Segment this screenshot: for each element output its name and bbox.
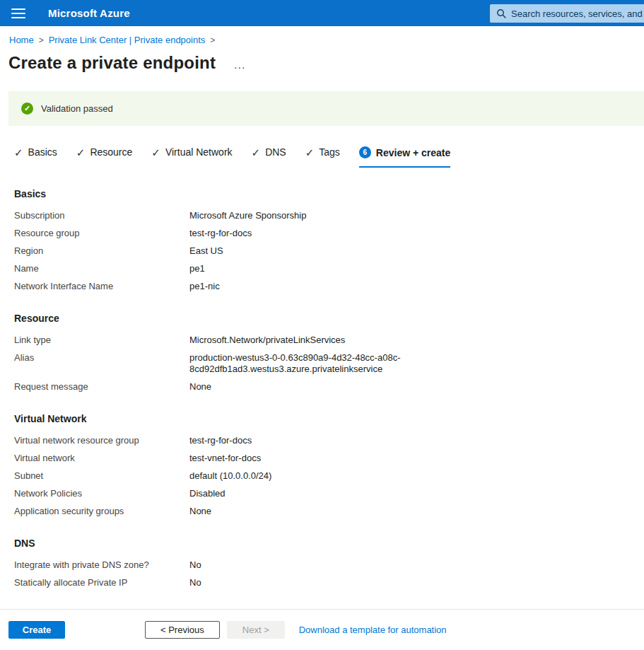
row-label: Link type: [14, 335, 189, 346]
review-summary: Basics Subscription Microsoft Azure Spon…: [14, 188, 644, 588]
tab-tags[interactable]: ✓ Tags: [305, 146, 340, 166]
row-label: Integrate with private DNS zone?: [14, 559, 189, 571]
breadcrumb-home-link[interactable]: Home: [9, 35, 34, 45]
search-icon: [496, 8, 506, 18]
tab-label: Basics: [28, 146, 57, 158]
tab-dns[interactable]: ✓ DNS: [252, 146, 286, 166]
tab-resource[interactable]: ✓ Resource: [76, 146, 133, 166]
breadcrumb-separator: >: [39, 35, 44, 45]
tab-label: Resource: [90, 146, 132, 158]
row-value: East US: [189, 245, 223, 257]
row-label: Name: [14, 263, 189, 274]
step-number-icon: 6: [359, 146, 371, 158]
section-heading: Resource: [14, 313, 644, 324]
row-label: Subscription: [14, 210, 189, 221]
section-heading: Basics: [14, 188, 644, 199]
checkmark-icon: ✓: [76, 147, 86, 158]
row-label: Network Policies: [14, 488, 189, 499]
global-search[interactable]: [490, 4, 644, 23]
breadcrumb: Home > Private Link Center | Private end…: [9, 35, 644, 45]
row-value: Disabled: [189, 488, 226, 499]
tab-label: DNS: [265, 146, 286, 158]
section-resource: Resource Link type Microsoft.Network/pri…: [14, 313, 644, 393]
summary-row: Virtual network test-vnet-for-docs: [14, 453, 644, 464]
row-label: Subnet: [14, 470, 189, 482]
checkmark-icon: ✓: [151, 147, 160, 158]
row-label: Region: [14, 245, 189, 257]
row-label: Network Interface Name: [14, 281, 189, 292]
summary-row: Resource group test-rg-for-docs: [14, 228, 644, 239]
tab-label: Tags: [319, 146, 340, 158]
success-check-icon: ✓: [21, 103, 33, 115]
section-heading: Virtual Network: [14, 413, 644, 424]
next-button[interactable]: Next >: [227, 621, 285, 639]
page-header: Create a private endpoint ...: [8, 53, 644, 73]
section-basics: Basics Subscription Microsoft Azure Spon…: [14, 188, 644, 292]
summary-row: Request message None: [14, 381, 644, 393]
azure-top-bar: Microsoft Azure: [0, 0, 644, 26]
wizard-footer: Create < Previous Next > Download a temp…: [0, 609, 644, 650]
tab-basics[interactable]: ✓ Basics: [14, 146, 57, 166]
row-value: test-rg-for-docs: [189, 435, 252, 446]
validation-message: Validation passed: [41, 103, 113, 114]
create-button[interactable]: Create: [8, 621, 65, 639]
more-actions-icon[interactable]: ...: [234, 62, 245, 69]
breadcrumb-separator: >: [210, 35, 215, 45]
summary-row: Statically allocate Private IP No: [14, 577, 644, 588]
product-title: Microsoft Azure: [48, 7, 130, 19]
summary-row: Subnet default (10.0.0.0/24): [14, 470, 644, 482]
row-value: pe1-nic: [189, 281, 220, 292]
wizard-tabs: ✓ Basics ✓ Resource ✓ Virtual Network ✓ …: [14, 146, 644, 168]
row-label: Virtual network: [14, 453, 189, 464]
row-label: Virtual network resource group: [14, 435, 189, 446]
page-title: Create a private endpoint: [8, 53, 216, 73]
validation-banner: ✓ Validation passed: [8, 91, 644, 126]
row-value: pe1: [189, 263, 205, 274]
search-input[interactable]: [511, 8, 644, 19]
tab-label: Virtual Network: [165, 146, 233, 158]
row-value: default (10.0.0.0/24): [189, 470, 271, 482]
row-value: No: [189, 577, 201, 588]
row-value: Microsoft.Network/privateLinkServices: [189, 335, 345, 346]
summary-row: Network Interface Name pe1-nic: [14, 281, 644, 292]
breadcrumb-private-link-center-link[interactable]: Private Link Center | Private endpoints: [49, 35, 206, 45]
summary-row: Alias production-westus3-0-0.63c890a9-4d…: [14, 352, 644, 375]
row-value: Microsoft Azure Sponsorship: [189, 210, 306, 221]
row-label: Application security groups: [14, 506, 189, 517]
checkmark-icon: ✓: [305, 147, 315, 158]
checkmark-icon: ✓: [252, 147, 261, 158]
row-label: Resource group: [14, 228, 189, 239]
row-value: production-westus3-0-0.63c890a9-4d32-48c…: [189, 352, 403, 375]
hamburger-menu-icon[interactable]: [11, 8, 25, 18]
tab-label: Review + create: [376, 147, 450, 158]
summary-row: Virtual network resource group test-rg-f…: [14, 435, 644, 446]
row-label: Statically allocate Private IP: [14, 577, 189, 588]
summary-row: Application security groups None: [14, 506, 644, 517]
checkmark-icon: ✓: [14, 147, 23, 158]
tab-review-create[interactable]: 6 Review + create: [359, 146, 450, 168]
row-value: None: [189, 381, 211, 393]
summary-row: Link type Microsoft.Network/privateLinkS…: [14, 335, 644, 346]
summary-row: Name pe1: [14, 263, 644, 274]
summary-row: Subscription Microsoft Azure Sponsorship: [14, 210, 644, 221]
row-label: Alias: [14, 352, 189, 375]
row-label: Request message: [14, 381, 189, 393]
section-heading: DNS: [14, 538, 644, 549]
previous-button[interactable]: < Previous: [145, 621, 220, 639]
tab-virtual-network[interactable]: ✓ Virtual Network: [151, 146, 232, 166]
row-value: No: [189, 559, 201, 571]
summary-row: Region East US: [14, 245, 644, 257]
download-template-link[interactable]: Download a template for automation: [299, 625, 447, 635]
section-dns: DNS Integrate with private DNS zone? No …: [14, 538, 644, 588]
row-value: None: [189, 506, 211, 517]
summary-row: Integrate with private DNS zone? No: [14, 559, 644, 571]
row-value: test-vnet-for-docs: [189, 453, 261, 464]
section-virtual-network: Virtual Network Virtual network resource…: [14, 413, 644, 517]
summary-row: Network Policies Disabled: [14, 488, 644, 499]
row-value: test-rg-for-docs: [189, 228, 252, 239]
